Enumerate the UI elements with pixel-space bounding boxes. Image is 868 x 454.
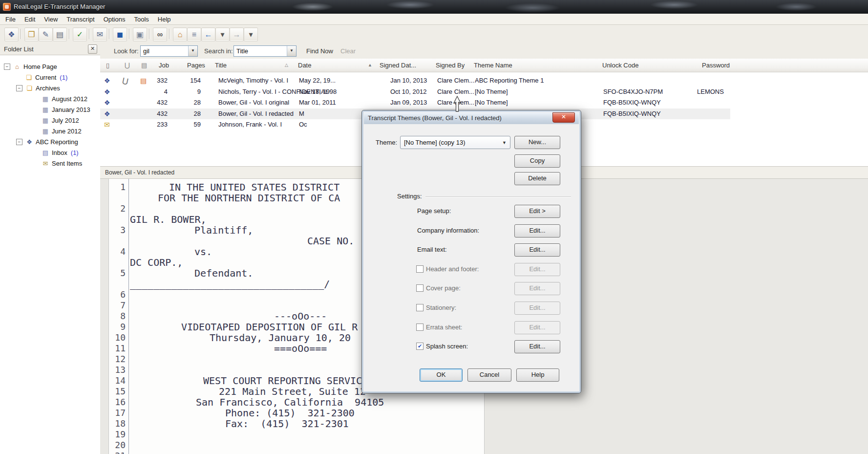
dialog-titlebar[interactable]: Transcript Themes (Bower, Gil - Vol. I r… <box>364 112 579 124</box>
search-in-select[interactable]: Title ▼ <box>233 45 296 57</box>
checkbox-header-and-footer[interactable] <box>416 265 423 273</box>
cell-signed_date: Jan 10, 2013 <box>390 77 427 84</box>
toolbar-button-back-icon[interactable]: ← <box>202 28 215 41</box>
setting-label-splash-screen: Splash screen: <box>426 343 468 350</box>
tree-item-july-2012[interactable]: ▦July 2012 <box>41 115 79 125</box>
edit-button-splash-screen[interactable]: Edit... <box>514 340 560 353</box>
toolbar-button-new-document-icon[interactable]: ✎ <box>39 28 52 41</box>
folder-list-close-icon[interactable]: ✕ <box>88 44 97 54</box>
edit-button-email-text[interactable]: Edit... <box>514 243 560 257</box>
tree-item-archives[interactable]: −❏Archives <box>16 83 60 93</box>
column-header-unlock-code[interactable]: Unlock Code <box>602 62 638 69</box>
toolbar-button-verify-transcript-icon[interactable]: ✓ <box>73 28 86 41</box>
theme-select[interactable]: [No Theme] (copy 13) ▼ <box>400 136 510 149</box>
edit-button-page-setup[interactable]: Edit > <box>514 205 560 218</box>
menu-item-options[interactable]: Options <box>99 15 130 24</box>
toolbar-button-manage-notes-icon[interactable]: ≡ <box>188 28 201 41</box>
line-number: 13 <box>110 365 126 375</box>
edit-button-cover-page[interactable]: Edit... <box>514 282 560 295</box>
tree-item-home-page[interactable]: −⌂Home Page <box>4 62 57 71</box>
notes-column-icon[interactable]: ▤ <box>141 62 147 69</box>
new-theme-button[interactable]: New... <box>514 136 560 149</box>
column-header-password[interactable]: Password <box>702 62 730 69</box>
close-icon[interactable]: ✕ <box>552 112 575 123</box>
tree-item-current[interactable]: ❏Current(1) <box>24 72 67 82</box>
line-number: 16 <box>110 397 126 408</box>
column-header-date[interactable]: Date <box>298 62 311 69</box>
tree-item-august-2012[interactable]: ▦August 2012 <box>41 94 87 104</box>
tree-item-label: Archives <box>36 85 60 92</box>
tree-expander-icon[interactable]: − <box>16 85 22 91</box>
toolbar-button-back-menu-caret[interactable]: ▾ <box>216 28 229 41</box>
line-number: 5 <box>110 268 126 279</box>
cancel-button[interactable]: Cancel <box>467 368 511 382</box>
column-header-pages[interactable]: Pages <box>187 62 205 69</box>
home-icon: ⌂ <box>13 63 21 70</box>
toolbar-button-forward-icon[interactable]: → <box>230 28 243 41</box>
window-titlebar[interactable]: RealLegal E-Transcript Manager <box>0 0 868 14</box>
setting-label-header-and-footer: Header and footer: <box>426 265 479 273</box>
toolbar-button-forward-menu-caret[interactable]: ▾ <box>244 28 257 41</box>
ok-button[interactable]: OK <box>420 368 463 382</box>
calendar-icon: ▦ <box>41 117 50 124</box>
edit-button-header-and-footer[interactable]: Edit... <box>514 263 560 276</box>
edit-button-stationery[interactable]: Edit... <box>514 302 560 315</box>
menu-item-help[interactable]: Help <box>153 15 175 24</box>
toolbar-button-preview-icon[interactable]: ▣ <box>133 28 147 41</box>
transcript-text-line: FOR THE NORTHERN DISTRICT OF CA <box>158 193 340 203</box>
help-button[interactable]: Help <box>516 368 559 382</box>
tree-expander-icon[interactable]: − <box>4 64 10 70</box>
menu-item-edit[interactable]: Edit <box>20 15 40 24</box>
chevron-down-icon[interactable]: ▼ <box>188 46 197 56</box>
toolbar-button-print-icon[interactable]: ▤ <box>53 28 66 41</box>
app-icon <box>3 3 11 11</box>
chevron-down-icon[interactable]: ▼ <box>287 46 296 56</box>
column-header-title[interactable]: Title <box>215 62 227 69</box>
column-header-job[interactable]: Job <box>159 62 169 69</box>
tree-expander-icon[interactable]: − <box>16 139 22 145</box>
checkbox-stationery[interactable] <box>416 304 423 311</box>
tree-item-january-2013[interactable]: ▦January 2013 <box>41 105 90 114</box>
checkbox-errata-sheet[interactable] <box>416 324 423 331</box>
column-header-theme-name[interactable]: Theme Name <box>474 62 512 69</box>
tree-item-label: Home Page <box>23 63 57 70</box>
column-header-signed-dat[interactable]: Signed Dat... <box>380 62 416 69</box>
theme-value: [No Theme] (copy 13) <box>404 139 465 146</box>
edit-button-company-information[interactable]: Edit... <box>514 224 560 238</box>
toolbar-button-email-transcript-icon[interactable]: ✉ <box>93 28 106 41</box>
tree-item-inbox[interactable]: ▤Inbox(1) <box>41 148 79 157</box>
delete-theme-button[interactable]: Delete <box>514 172 560 185</box>
toolbar-button-save-icon[interactable]: ◼ <box>113 28 127 41</box>
cell-job: 332 <box>145 77 168 84</box>
line-number: 7 <box>110 300 126 311</box>
transcript-themes-dialog: Transcript Themes (Bower, Gil - Vol. I r… <box>361 110 581 393</box>
document-column-icon[interactable]: ▯ <box>106 62 109 69</box>
column-header-signed-by[interactable]: Signed By <box>436 62 465 69</box>
preview-title: Bower, Gil - Vol. I redacted <box>105 169 174 176</box>
checkbox-splash-screen[interactable]: ✔ <box>416 343 423 350</box>
checkbox-cover-page[interactable] <box>416 284 423 292</box>
find-now-button[interactable]: Find Now <box>306 47 333 55</box>
clear-button[interactable]: Clear <box>340 47 356 55</box>
tree-item-sent-items[interactable]: ✉Sent Items <box>41 158 82 168</box>
copy-theme-button[interactable]: Copy <box>514 154 560 168</box>
toolbar-button-home-icon[interactable]: ⌂ <box>173 28 187 41</box>
edit-button-errata-sheet[interactable]: Edit... <box>514 321 560 334</box>
menu-item-tools[interactable]: Tools <box>129 15 153 24</box>
cell-signed_date: Oct 10, 2012 <box>390 88 426 95</box>
back-icon: ← <box>205 31 212 39</box>
mouse-cursor <box>453 96 461 115</box>
menu-item-transcript[interactable]: Transcript <box>62 15 99 24</box>
tree-item-abc-reporting[interactable]: −❖ABC Reporting <box>16 137 78 147</box>
open-transcript-icon: ❐ <box>28 31 35 39</box>
tree-item-june-2012[interactable]: ▦June 2012 <box>41 126 82 136</box>
toolbar-button-find-icon[interactable]: ∞ <box>153 28 167 41</box>
look-for-input[interactable]: gil ▼ <box>140 45 198 57</box>
line-number: 14 <box>110 375 126 386</box>
menu-item-file[interactable]: File <box>1 15 20 24</box>
cell-pages: 28 <box>178 99 201 106</box>
toolbar-button-open-transcript-icon[interactable]: ❐ <box>25 28 38 41</box>
toolbar-button-transcripts-icon[interactable]: ❖ <box>5 28 18 41</box>
menu-item-view[interactable]: View <box>40 15 62 24</box>
paperclip-column-icon[interactable]: ⋃ <box>125 62 130 69</box>
